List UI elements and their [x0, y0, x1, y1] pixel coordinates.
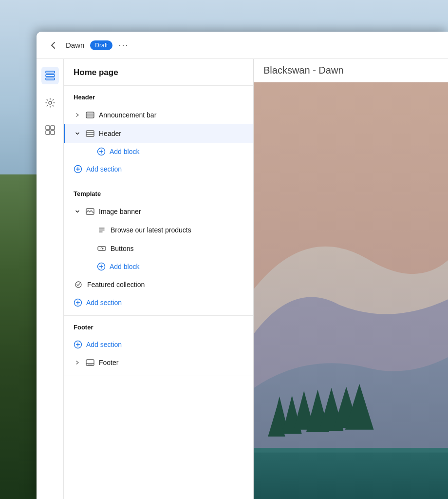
svg-rect-5 [51, 126, 55, 130]
announcement-bar-label: Announcement bar [99, 111, 156, 119]
add-section-circle-icon [74, 165, 82, 173]
featured-collection-icon [74, 280, 83, 289]
section-group-footer-label: Footer [64, 324, 253, 336]
svg-rect-6 [46, 131, 50, 134]
top-bar: Dawn Draft ··· [37, 32, 448, 59]
sidebar-settings-button[interactable] [41, 94, 59, 112]
more-button[interactable]: ··· [118, 40, 129, 50]
tree-item-header[interactable]: Header [64, 124, 253, 143]
svg-rect-0 [46, 71, 55, 73]
add-section-footer-button[interactable]: Add section [64, 336, 253, 353]
footer-chevron-right-icon [74, 359, 81, 366]
tree-item-image-banner[interactable]: Image banner [64, 202, 253, 221]
footer-label: Footer [99, 359, 118, 366]
svg-rect-4 [46, 126, 50, 130]
svg-point-22 [102, 248, 104, 250]
add-block-header-button[interactable]: Add block [64, 143, 253, 160]
svg-rect-8 [86, 112, 94, 118]
theme-name: Dawn [66, 41, 84, 49]
tree-item-buttons[interactable]: Buttons [64, 239, 253, 258]
add-section-header-button[interactable]: Add section [64, 160, 253, 178]
image-banner-chevron-down-icon [74, 208, 81, 215]
section-group-header: Header Announce [64, 86, 253, 182]
section-group-template-label: Template [64, 190, 253, 202]
svg-point-3 [49, 101, 52, 104]
chevron-right-icon [74, 111, 81, 119]
add-section-footer-circle-icon [74, 340, 82, 349]
add-section-footer-label: Add section [86, 341, 122, 348]
svg-rect-1 [46, 75, 55, 77]
window-frame: Dawn Draft ··· [37, 32, 448, 499]
header-label: Header [99, 130, 121, 137]
image-banner-label: Image banner [99, 208, 141, 215]
add-block-template-button[interactable]: Add block [64, 258, 253, 275]
svg-rect-2 [46, 78, 55, 80]
add-section-template-label: Add section [86, 299, 122, 307]
add-section-header-label: Add section [86, 165, 122, 173]
page-title: Home page [64, 59, 253, 86]
section-group-template: Template Image banner [64, 182, 253, 316]
back-button[interactable] [46, 38, 60, 52]
add-block-template-label: Add block [110, 263, 139, 270]
section-group-header-label: Header [64, 94, 253, 106]
add-block-header-label: Add block [110, 148, 139, 155]
preview-title: Blackswan - Dawn [263, 65, 344, 76]
add-section-template-circle-icon [74, 298, 82, 307]
draft-badge: Draft [90, 40, 112, 50]
art-svg [254, 82, 448, 499]
sidebar-blocks-button[interactable] [41, 121, 59, 139]
svg-rect-45 [254, 448, 448, 499]
preview-area: Blackswan - Dawn [254, 59, 448, 499]
panel-sidebar: Home page Header [64, 59, 254, 499]
chevron-down-icon [74, 130, 81, 137]
art-canvas [254, 82, 448, 499]
icon-sidebar [37, 59, 64, 499]
header-icon [85, 129, 95, 138]
preview-header: Blackswan - Dawn [254, 59, 448, 82]
buttons-icon [97, 244, 107, 253]
svg-rect-21 [98, 247, 106, 250]
tree-item-featured-collection[interactable]: Featured collection [64, 275, 253, 294]
svg-rect-11 [86, 131, 94, 136]
buttons-label: Buttons [111, 245, 133, 252]
add-circle-icon [97, 147, 106, 156]
add-block-template-circle-icon [97, 262, 106, 271]
image-banner-icon [85, 207, 95, 216]
svg-rect-7 [51, 131, 55, 134]
svg-rect-33 [86, 360, 94, 365]
preview-canvas [254, 82, 448, 499]
add-section-template-button[interactable]: Add section [64, 294, 253, 311]
svg-rect-46 [254, 448, 448, 452]
svg-point-26 [75, 282, 81, 288]
featured-collection-label: Featured collection [87, 281, 145, 288]
browse-products-label: Browse our latest products [111, 226, 191, 234]
announcement-bar-icon [85, 110, 95, 120]
footer-icon [85, 358, 95, 367]
tree-item-footer[interactable]: Footer [64, 353, 253, 372]
tree-item-browse-products[interactable]: Browse our latest products [64, 221, 253, 239]
main-content: Home page Header [37, 59, 448, 499]
sidebar-sections-button[interactable] [41, 67, 59, 84]
section-group-footer: Footer Add section [64, 316, 253, 376]
text-icon [97, 225, 107, 235]
tree-item-announcement-bar[interactable]: Announcement bar [64, 106, 253, 124]
